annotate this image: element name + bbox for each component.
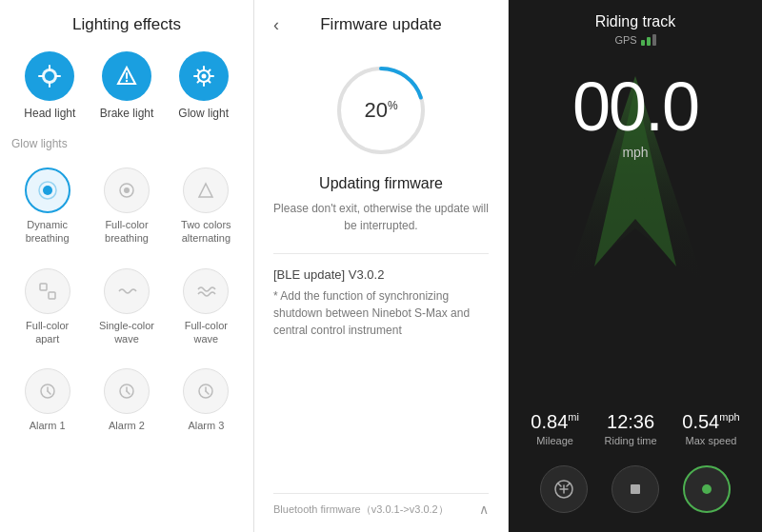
fullcolorwave-circle (183, 268, 229, 314)
max-speed-label: Max speed (686, 435, 737, 446)
svg-point-1 (45, 71, 54, 81)
svg-line-14 (197, 70, 199, 72)
svg-rect-45 (631, 484, 640, 494)
glow-lights-label: Glow lights (11, 137, 242, 150)
riding-time-label: Riding time (605, 435, 657, 446)
fullcolorapart-label: Full-color apart (15, 319, 79, 346)
stats-row: 0.84mi Mileage 12:36 Riding time 0.54mph… (509, 410, 762, 446)
svg-point-18 (201, 74, 206, 79)
glow-item-fullcolor[interactable]: Full-color breathing (90, 160, 162, 253)
updating-title: Updating firmware (319, 175, 443, 192)
ble-version: [BLE update] V3.0.2 (273, 267, 489, 282)
svg-line-33 (206, 391, 209, 394)
glow-light-icon (190, 63, 217, 89)
svg-point-46 (702, 484, 712, 494)
progress-text: 20% (364, 98, 397, 123)
glow-item-twocolors[interactable]: Two colors alternating (170, 160, 242, 253)
svg-point-8 (126, 80, 128, 82)
fullcolorwave-icon (195, 281, 216, 302)
fullcolorwave-label: Full-color wave (174, 319, 238, 346)
svg-line-44 (567, 483, 570, 486)
stat-max-speed: 0.54mph Max speed (682, 410, 739, 446)
svg-line-30 (127, 391, 130, 394)
stat-riding-time: 12:36 Riding time (605, 410, 657, 446)
glow-item-singlewave[interactable]: Single-color wave (90, 261, 162, 354)
alarm1-circle (25, 368, 70, 414)
fullcolorapart-circle (25, 268, 70, 314)
alarm1-icon (37, 381, 58, 402)
updating-desc: Please don't exit, otherwise the update … (273, 200, 489, 234)
svg-point-22 (124, 187, 130, 193)
glow-item-alarm3[interactable]: Alarm 3 (170, 361, 242, 440)
head-light-icon (36, 63, 63, 89)
singlewave-circle (104, 268, 150, 314)
brake-light-item[interactable]: Brake light (92, 51, 161, 120)
brake-light-icon (113, 63, 140, 89)
lighting-title: Lighting effects (72, 15, 181, 34)
alarm3-circle (183, 368, 229, 414)
fullcolor-breathing-label: Full-color breathing (94, 218, 158, 246)
svg-line-15 (208, 80, 210, 82)
head-light-icon-circle (25, 51, 74, 101)
dynamic-breathing-circle (25, 167, 70, 213)
singlewave-label: Single-color wave (94, 319, 158, 346)
firmware-footer: Bluetooth firmware（v3.0.1->v3.0.2） ∧ (273, 493, 489, 517)
gps-bars (641, 34, 656, 46)
glow-light-item[interactable]: Glow light (170, 51, 238, 120)
svg-rect-23 (40, 284, 47, 290)
gps-bar-2 (647, 37, 651, 46)
fullcolor-breathing-icon (116, 180, 137, 201)
chevron-up-icon[interactable]: ∧ (479, 502, 489, 517)
mileage-value: 0.84mi (531, 410, 579, 433)
progress-value: 20 (364, 98, 387, 122)
glow-item-fullcolorapart[interactable]: Full-color apart (11, 261, 83, 354)
mileage-label: Mileage (536, 435, 573, 446)
alarm2-icon (116, 381, 137, 402)
glow-grid: Dynamic breathing Full-color breathing T… (11, 160, 242, 440)
stop-button[interactable] (612, 465, 659, 513)
glow-item-alarm2[interactable]: Alarm 2 (90, 361, 162, 440)
fullcolor-breathing-circle (104, 167, 150, 213)
gps-indicator: GPS (614, 34, 655, 46)
riding-title: Riding track (595, 13, 675, 30)
dynamic-breathing-label: Dynamic breathing (15, 218, 79, 246)
progress-container: 20% (333, 63, 429, 158)
fullcolorapart-icon (37, 281, 58, 302)
glow-item-dynamic[interactable]: Dynamic breathing (11, 160, 83, 253)
max-speed-value: 0.54mph (682, 410, 739, 433)
twocolors-icon (195, 180, 216, 201)
svg-line-43 (558, 483, 561, 486)
svg-line-16 (208, 70, 210, 72)
stop-icon (625, 479, 646, 500)
firmware-header: ‹ Firmware update (273, 15, 489, 34)
glow-light-label: Glow light (178, 107, 229, 120)
twocolors-circle (183, 167, 229, 213)
glow-item-alarm1[interactable]: Alarm 1 (11, 361, 83, 440)
expand-button[interactable] (540, 465, 588, 513)
record-icon (696, 479, 717, 500)
firmware-panel: ‹ Firmware update 20% Updating firmware … (254, 0, 509, 532)
back-button[interactable]: ‹ (273, 15, 279, 35)
brake-light-icon-circle (102, 51, 151, 101)
svg-line-17 (197, 80, 199, 82)
brake-light-label: Brake light (100, 107, 154, 120)
svg-point-19 (43, 186, 52, 195)
alarm2-circle (104, 368, 150, 414)
singlewave-icon (116, 281, 137, 302)
alarm3-icon (195, 381, 216, 402)
gps-bar-3 (652, 34, 656, 46)
lighting-panel: Lighting effects Head light (0, 0, 254, 532)
alarm1-label: Alarm 1 (30, 419, 66, 432)
riding-time-value: 12:36 (607, 410, 654, 433)
firmware-title: Firmware update (273, 15, 489, 34)
alarm2-label: Alarm 2 (109, 419, 145, 432)
svg-rect-24 (49, 292, 55, 299)
alarm3-label: Alarm 3 (188, 419, 224, 432)
stat-mileage: 0.84mi Mileage (531, 410, 579, 446)
record-button[interactable] (683, 465, 731, 513)
progress-symbol: % (388, 99, 398, 112)
twocolors-label: Two colors alternating (174, 218, 238, 246)
glow-item-fullcolorwave[interactable]: Full-color wave (170, 261, 242, 354)
head-light-item[interactable]: Head light (15, 51, 84, 120)
ble-notes: * Add the function of synchronizing shut… (273, 287, 489, 339)
